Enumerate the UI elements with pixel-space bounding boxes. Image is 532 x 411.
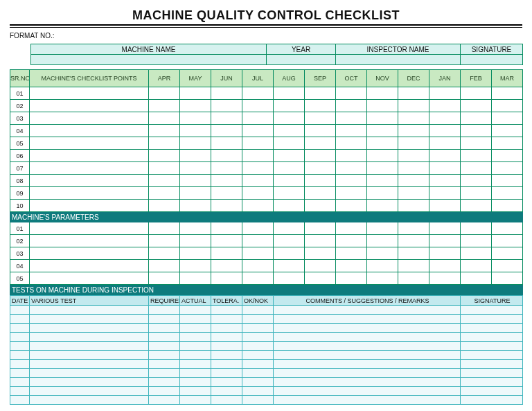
- checkpoint-cell: [30, 112, 149, 125]
- month-cell: [305, 125, 336, 137]
- month-cell: [180, 247, 211, 260]
- checkpoint-cell: [30, 235, 149, 247]
- month-cell: [336, 162, 367, 175]
- month-cell: [492, 162, 523, 175]
- test-cell: [30, 342, 149, 351]
- table-row: 01: [10, 222, 523, 235]
- inspector-value: [336, 55, 461, 65]
- table-row: 08: [10, 175, 523, 187]
- title-rule: [10, 26, 522, 28]
- test-cell: [274, 324, 461, 333]
- month-cell: [398, 175, 429, 187]
- test-cell: [30, 369, 149, 378]
- machine-name-label: MACHINE NAME: [31, 44, 267, 55]
- month-cell: [274, 272, 305, 285]
- test-cell: [10, 351, 30, 360]
- table-row: [10, 306, 523, 315]
- month-cell: [211, 260, 242, 272]
- month-cell: [336, 112, 367, 125]
- month-cell: [429, 175, 461, 187]
- month-cell: [242, 137, 274, 150]
- test-cell: [180, 324, 211, 333]
- month-cell: [461, 87, 492, 100]
- sr-cell: 01: [10, 222, 30, 235]
- date-header: DATE: [10, 296, 30, 306]
- test-cell: [211, 315, 242, 324]
- month-cell: [398, 112, 429, 125]
- month-cell: [274, 162, 305, 175]
- month-cell: [336, 200, 367, 212]
- month-cell: [367, 150, 398, 162]
- test-cell: [30, 360, 149, 369]
- test-cell: [274, 333, 461, 342]
- month-header: DEC: [398, 70, 429, 87]
- table-row: 09: [10, 187, 523, 200]
- month-cell: [274, 222, 305, 235]
- test-cell: [10, 315, 30, 324]
- test-cell: [30, 351, 149, 360]
- checkpoint-cell: [30, 247, 149, 260]
- month-cell: [336, 125, 367, 137]
- month-header: AUG: [274, 70, 305, 87]
- test-cell: [242, 342, 274, 351]
- table-row: [10, 342, 523, 351]
- test-cell: [274, 351, 461, 360]
- test-cell: [461, 315, 523, 324]
- month-cell: [461, 162, 492, 175]
- month-cell: [461, 272, 492, 285]
- sr-cell: 02: [10, 235, 30, 247]
- test-cell: [180, 333, 211, 342]
- test-cell: [461, 324, 523, 333]
- table-row: 02: [10, 100, 523, 112]
- month-header: FEB: [461, 70, 492, 87]
- test-cell: [211, 378, 242, 387]
- month-cell: [461, 112, 492, 125]
- month-cell: [180, 125, 211, 137]
- month-cell: [367, 260, 398, 272]
- year-label: YEAR: [267, 44, 336, 55]
- month-cell: [305, 175, 336, 187]
- month-cell: [274, 187, 305, 200]
- month-cell: [336, 187, 367, 200]
- checkpoint-cell: [30, 175, 149, 187]
- test-cell: [211, 342, 242, 351]
- month-cell: [492, 200, 523, 212]
- test-cell: [10, 396, 30, 405]
- checkpoint-cell: [30, 272, 149, 285]
- month-cell: [180, 187, 211, 200]
- table-row: [10, 315, 523, 324]
- month-cell: [429, 187, 461, 200]
- month-cell: [211, 247, 242, 260]
- month-cell: [242, 260, 274, 272]
- month-cell: [461, 200, 492, 212]
- month-cell: [429, 260, 461, 272]
- checkpoint-cell: [30, 162, 149, 175]
- section-tests: TESTS ON MACHINE DURING INSPECTION: [10, 285, 523, 295]
- month-cell: [429, 162, 461, 175]
- test-cell: [211, 396, 242, 405]
- month-cell: [398, 222, 429, 235]
- signature-value: [461, 55, 523, 65]
- month-header: MAY: [180, 70, 211, 87]
- test-cell: [149, 306, 180, 315]
- month-cell: [492, 222, 523, 235]
- test-cell: [180, 369, 211, 378]
- month-cell: [274, 247, 305, 260]
- test-cell: [461, 378, 523, 387]
- checkpoint-cell: [30, 125, 149, 137]
- sr-cell: 01: [10, 87, 30, 100]
- tests-header-row: DATE VARIOUS TEST REQUIRED ACTUAL TOLERA…: [10, 296, 523, 306]
- test-cell: [274, 369, 461, 378]
- month-cell: [305, 222, 336, 235]
- test-cell: [30, 333, 149, 342]
- table-row: 05: [10, 272, 523, 285]
- sr-cell: 03: [10, 112, 30, 125]
- month-cell: [242, 100, 274, 112]
- month-cell: [180, 222, 211, 235]
- month-cell: [149, 112, 180, 125]
- month-cell: [429, 87, 461, 100]
- test-cell: [149, 378, 180, 387]
- test-cell: [274, 315, 461, 324]
- month-cell: [180, 162, 211, 175]
- test-cell: [149, 351, 180, 360]
